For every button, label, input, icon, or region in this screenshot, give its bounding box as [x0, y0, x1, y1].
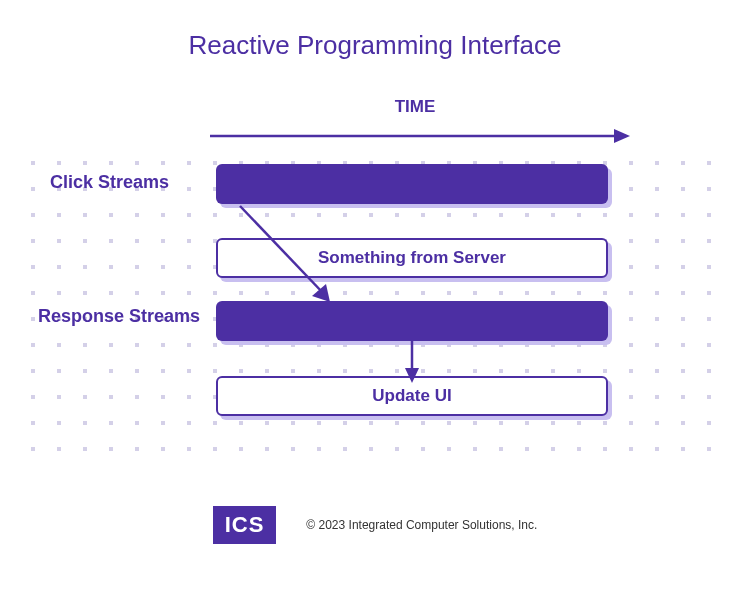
time-axis-label: TIME [215, 97, 615, 117]
svg-marker-3 [312, 284, 330, 302]
diagram-title: Reactive Programming Interface [0, 30, 750, 61]
click-streams-label: Click Streams [50, 172, 169, 193]
update-ui-box: Update UI [216, 376, 608, 416]
click-streams-bar [216, 164, 608, 204]
ics-logo: ICS [213, 506, 277, 544]
svg-marker-1 [614, 129, 630, 143]
footer: ICS © 2023 Integrated Computer Solutions… [0, 506, 750, 544]
response-streams-label: Response Streams [38, 306, 200, 327]
copyright-text: © 2023 Integrated Computer Solutions, In… [306, 518, 537, 532]
something-from-server-box: Something from Server [216, 238, 608, 278]
response-streams-bar [216, 301, 608, 341]
time-axis-arrow-icon [210, 126, 630, 146]
